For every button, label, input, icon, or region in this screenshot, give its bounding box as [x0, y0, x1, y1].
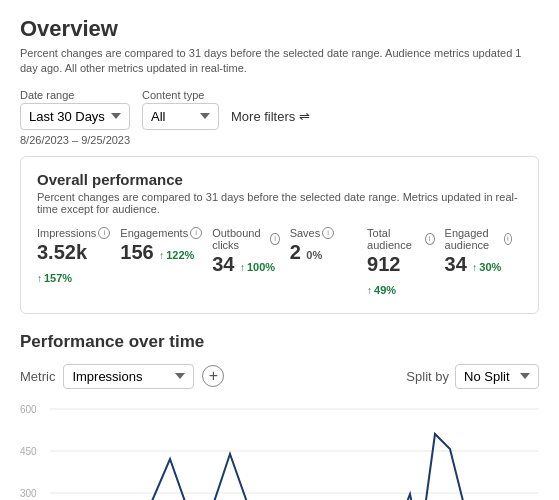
date-range-display: 8/26/2023 – 9/25/2023 [20, 134, 539, 146]
date-range-filter: Date range Last 30 Days Last 7 Days Last… [20, 89, 130, 130]
metric-name-text: Outbound clicks [212, 227, 268, 251]
metric-name-text: Engagements [120, 227, 188, 239]
arrow-up-icon: ↑ [37, 273, 42, 284]
metric-change: ↑100% [240, 261, 275, 273]
metric-change: ↑49% [367, 284, 396, 296]
metric-label-text: Savesi [290, 227, 357, 239]
metrics-row: Impressionsi3.52k ↑157%Engagementsi156 ↑… [37, 227, 522, 299]
metric-item-engaged-audience: Engaged audiencei34 ↑30% [445, 227, 522, 299]
metric-label-text: Total audiencei [367, 227, 434, 251]
content-type-filter: Content type All Posts Videos Articles [142, 89, 219, 130]
overall-performance-subtitle: Percent changes are compared to 31 days … [37, 191, 522, 215]
info-icon[interactable]: i [190, 227, 202, 239]
metric-item-impressions: Impressionsi3.52k ↑157% [37, 227, 120, 299]
metric-item-saves: Savesi2 0% [290, 227, 367, 299]
arrow-up-icon: ↑ [367, 285, 372, 296]
arrow-up-icon: ↑ [472, 262, 477, 273]
metric-select[interactable]: Impressions Engagements Outbound clicks … [63, 364, 194, 389]
more-filters-label: More filters [231, 109, 295, 124]
add-metric-button[interactable]: + [202, 365, 224, 387]
split-select[interactable]: No Split Device Region [455, 364, 539, 389]
metric-label-text: Outbound clicksi [212, 227, 279, 251]
svg-text:600: 600 [20, 404, 37, 415]
chart-controls-right: Split by No Split Device Region [406, 364, 539, 389]
metric-item-outbound-clicks: Outbound clicksi34 ↑100% [212, 227, 289, 299]
content-type-select[interactable]: All Posts Videos Articles [142, 103, 219, 130]
arrow-up-icon: ↑ [159, 250, 164, 261]
arrow-up-icon: ↑ [240, 262, 245, 273]
metric-label-text: Engaged audiencei [445, 227, 512, 251]
svg-text:300: 300 [20, 488, 37, 499]
metric-value-display: 3.52k ↑157% [37, 241, 110, 287]
overall-performance-card: Overall performance Percent changes are … [20, 156, 539, 314]
chart-controls: Metric Impressions Engagements Outbound … [20, 364, 539, 389]
metric-change: ↑30% [472, 261, 501, 273]
metric-change: ↑122% [159, 249, 194, 261]
more-filters-button[interactable]: More filters ⇌ [231, 104, 310, 129]
metric-value-display: 34 ↑30% [445, 253, 512, 276]
overall-performance-title: Overall performance [37, 171, 522, 188]
performance-over-time-title: Performance over time [20, 332, 539, 352]
info-icon[interactable]: i [270, 233, 279, 245]
metric-item-engagements: Engagementsi156 ↑122% [120, 227, 212, 299]
metric-item-total-audience: Total audiencei912 ↑49% [367, 227, 444, 299]
split-label: Split by [406, 369, 449, 384]
metric-name-text: Total audience [367, 227, 423, 251]
info-icon[interactable]: i [98, 227, 110, 239]
date-range-label: Date range [20, 89, 130, 101]
metric-name-text: Saves [290, 227, 321, 239]
metric-name-text: Impressions [37, 227, 96, 239]
performance-chart: 600 450 300 150 [20, 399, 539, 500]
date-range-select[interactable]: Last 30 Days Last 7 Days Last 90 Days Cu… [20, 103, 130, 130]
metric-label-text: Engagementsi [120, 227, 202, 239]
chart-area: 600 450 300 150 [20, 399, 539, 500]
page-title: Overview [20, 16, 539, 42]
content-type-label: Content type [142, 89, 219, 101]
metric-value-display: 912 ↑49% [367, 253, 434, 299]
info-icon[interactable]: i [322, 227, 334, 239]
metric-value-display: 2 0% [290, 241, 357, 264]
page-subtitle: Percent changes are compared to 31 days … [20, 46, 539, 77]
info-icon[interactable]: i [425, 233, 435, 245]
metric-value-display: 156 ↑122% [120, 241, 202, 264]
chart-controls-left: Metric Impressions Engagements Outbound … [20, 364, 224, 389]
metric-label: Metric [20, 369, 55, 384]
metric-change: 0% [306, 249, 322, 261]
svg-text:450: 450 [20, 446, 37, 457]
metric-label-text: Impressionsi [37, 227, 110, 239]
filter-icon: ⇌ [299, 109, 310, 124]
info-icon[interactable]: i [504, 233, 512, 245]
metric-name-text: Engaged audience [445, 227, 502, 251]
metric-change: ↑157% [37, 272, 72, 284]
metric-value-display: 34 ↑100% [212, 253, 279, 276]
